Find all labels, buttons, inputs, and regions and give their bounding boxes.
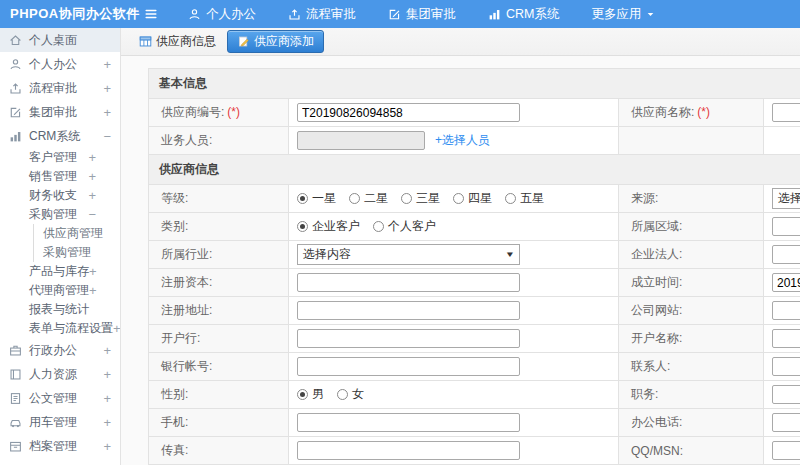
sidebar-item-客户管理[interactable]: 客户管理+ [0,148,120,167]
registered-capital-label: 注册资本: [149,269,289,297]
sidebar-item-产品与库存[interactable]: 产品与库存+ [0,262,120,281]
supplier-form-table: 基本信息供应商编号:(*)供应商名称:(*)业务人员:+选择人员供应商信息等级:… [148,68,800,465]
select-person-link[interactable]: +选择人员 [435,133,490,147]
supplier-code-input[interactable] [297,103,520,122]
sidebar-item-采购管理[interactable]: 采购管理 [33,243,120,262]
sidebar-item-个人办公[interactable]: 个人办公+ [0,52,120,76]
level-radio-五星[interactable]: 五星 [505,190,544,207]
tab-供应商添加[interactable]: 供应商添加 [227,30,324,53]
registered-address-input[interactable] [297,301,520,320]
category-label: 类别: [149,213,289,241]
expand-icon[interactable]: + [103,440,111,453]
sidebar-item-个人桌面[interactable]: 个人桌面 [0,28,120,52]
expand-icon[interactable]: + [103,392,111,405]
sidebar-item-label: 供应商管理 [43,225,103,242]
expand-icon[interactable]: + [89,284,97,297]
founded-date-input[interactable] [772,273,800,292]
topnav-item-2[interactable]: 流程审批 [288,6,356,23]
sidebar-item-销售管理[interactable]: 销售管理+ [0,167,120,186]
account-name-input[interactable] [772,329,800,348]
sidebar-item-报表与统计[interactable]: 报表与统计 [0,300,120,319]
radio-label: 二星 [364,190,388,207]
topnav-label: CRM系统 [506,6,559,23]
bank-input[interactable] [297,329,520,348]
expand-icon[interactable]: + [103,344,111,357]
expand-icon[interactable]: + [103,82,111,95]
sidebar-item-label: 表单与流程设置 [29,320,113,337]
qq-msn-input[interactable] [772,441,800,460]
sidebar-item-集团审批[interactable]: 集团审批+ [0,100,120,124]
registered-address-label: 注册地址: [149,297,289,325]
sidebar-item-人力资源[interactable]: 人力资源+ [0,362,120,386]
person-icon [9,58,22,71]
bank-account-input[interactable] [297,357,520,376]
expand-icon[interactable]: + [103,58,111,71]
gender-radio-女[interactable]: 女 [337,386,364,403]
level-radio-一星[interactable]: 一星 [297,190,336,207]
industry-select[interactable]: 选择内容▼ [297,244,520,265]
radio-label: 三星 [416,190,440,207]
level-radio-四星[interactable]: 四星 [453,190,492,207]
sidebar-item-行政办公[interactable]: 行政办公+ [0,338,120,362]
expand-icon[interactable]: + [103,368,111,381]
gender-radio-男[interactable]: 男 [297,386,324,403]
supplier-name-input[interactable] [772,103,800,122]
sidebar-item-档案管理[interactable]: 档案管理+ [0,434,120,458]
radio-label: 个人客户 [388,218,436,235]
sidebar-item-label: 客户管理 [29,149,77,166]
table-icon [139,35,152,48]
sidebar-item-表单与流程设置[interactable]: 表单与流程设置+ [0,319,120,338]
sidebar-item-供应商管理[interactable]: 供应商管理 [33,224,120,243]
sidebar-item-label: 采购管理 [43,244,91,261]
source-select[interactable]: 选择内容▼ [772,188,800,209]
empty-field [764,127,800,155]
expand-icon[interactable]: + [89,265,97,278]
sidebar-item-公文管理[interactable]: 公文管理+ [0,386,120,410]
legal-person-input[interactable] [772,245,800,264]
category-radio-个人客户[interactable]: 个人客户 [373,218,436,235]
position-input[interactable] [772,385,800,404]
registered-capital-input[interactable] [297,273,520,292]
registered-capital-field [289,269,619,297]
office-phone-input[interactable] [772,413,800,432]
topnav-item-4[interactable]: CRM系统 [488,6,559,23]
region-input[interactable] [772,217,800,236]
sidebar-item-CRM系统[interactable]: CRM系统− [0,124,120,148]
expand-icon[interactable]: + [88,189,96,202]
fax-input[interactable] [297,441,520,460]
expand-icon[interactable]: + [113,322,121,335]
tab-供应商信息[interactable]: 供应商信息 [134,31,221,52]
radio-icon [297,389,308,400]
topnav-item-5[interactable]: 更多应用 [591,6,655,23]
sidebar-item-财务收支[interactable]: 财务收支+ [0,186,120,205]
sidebar-item-流程审批[interactable]: 流程审批+ [0,76,120,100]
expand-icon[interactable]: + [103,106,111,119]
company-website-input[interactable] [772,301,800,320]
source-label: 来源: [619,185,764,213]
office-phone-label: 办公电话: [619,409,764,437]
category-radio-企业客户[interactable]: 企业客户 [297,218,360,235]
business-person-input[interactable] [297,131,425,150]
mobile-input[interactable] [297,413,520,432]
select-value: 选择内容 [778,190,800,207]
contact-person-label: 联系人: [619,353,764,381]
expand-icon[interactable]: + [88,170,96,183]
bank-account-label: 银行帐号: [149,353,289,381]
collapse-icon[interactable]: − [103,130,111,143]
level-radio-二星[interactable]: 二星 [349,190,388,207]
sidebar-item-代理商管理[interactable]: 代理商管理+ [0,281,120,300]
expand-icon[interactable]: + [103,416,111,429]
book-icon [9,368,22,381]
menu-toggle-icon[interactable] [138,7,164,21]
collapse-icon[interactable]: − [88,208,96,221]
expand-icon[interactable]: + [88,151,96,164]
contact-person-input[interactable] [772,357,800,376]
topnav-item-3[interactable]: 集团审批 [388,6,456,23]
sidebar-item-采购管理[interactable]: 采购管理− [0,205,120,224]
business-person-label: 业务人员: [149,127,289,155]
qq-msn-label: QQ/MSN: [619,437,764,465]
radio-label: 企业客户 [312,218,360,235]
level-radio-三星[interactable]: 三星 [401,190,440,207]
sidebar-item-用车管理[interactable]: 用车管理+ [0,410,120,434]
topnav-item-1[interactable]: 个人办公 [188,6,256,23]
